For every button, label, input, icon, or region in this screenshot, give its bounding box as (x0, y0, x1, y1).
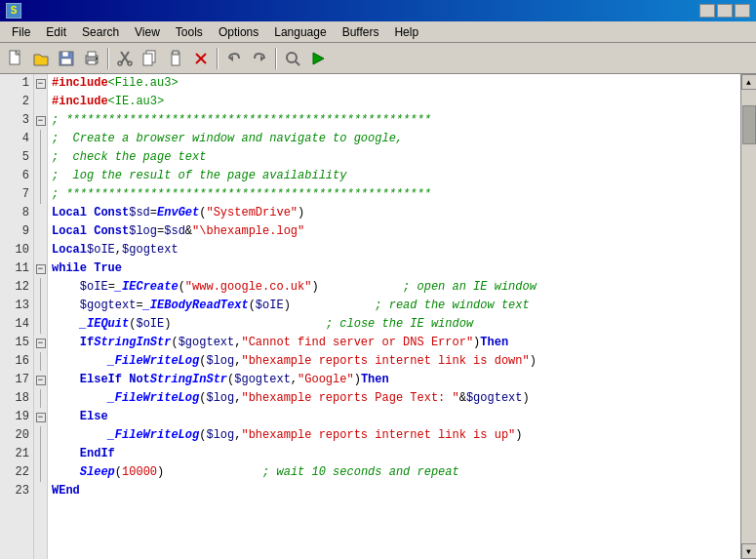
line-number: 14 (0, 315, 33, 334)
find-button[interactable] (281, 47, 304, 70)
fold-marker[interactable] (34, 426, 47, 445)
menu-help[interactable]: Help (386, 23, 426, 41)
line-number: 11 (0, 260, 33, 278)
fold-marker[interactable] (34, 389, 47, 408)
fold-marker[interactable] (34, 130, 47, 148)
fold-collapse-icon[interactable]: − (36, 116, 46, 126)
code-line[interactable]: #include <IE.au3> (48, 93, 740, 111)
line-number: 5 (0, 148, 33, 167)
app-icon: S (6, 3, 21, 19)
fold-marker[interactable]: − (34, 111, 47, 130)
print-button[interactable] (80, 47, 103, 70)
code-line[interactable]: WEnd (48, 482, 740, 500)
fold-marker[interactable]: − (34, 260, 47, 278)
fold-line-indicator (40, 278, 41, 297)
menu-language[interactable]: Language (266, 23, 334, 41)
code-line[interactable]: ElseIf Not StringInStr ( $gogtext, "Goog… (48, 371, 740, 389)
code-line[interactable]: $gogtext=_IEBodyReadText ( $oIE ) ; read… (48, 297, 740, 315)
fold-collapse-icon[interactable]: − (36, 339, 46, 348)
fold-marker[interactable]: − (34, 408, 47, 426)
menu-options[interactable]: Options (211, 23, 266, 41)
code-line[interactable]: _IEQuit ( $oIE ) ; close the IE window (48, 315, 740, 334)
menu-tools[interactable]: Tools (168, 23, 211, 41)
code-line[interactable]: ; log the result of the page availabilit… (48, 167, 740, 185)
code-line[interactable]: ; Create a browser window and navigate t… (48, 130, 740, 148)
fold-marker[interactable] (34, 297, 47, 315)
fold-marker[interactable] (34, 445, 47, 463)
code-line[interactable]: If StringInStr ( $gogtext, "Cannot find … (48, 334, 740, 352)
svg-point-11 (118, 61, 122, 65)
line-number: 3 (0, 111, 33, 130)
code-line[interactable]: _FileWriteLog ($log,"bhexample reports P… (48, 389, 740, 408)
code-line[interactable]: Local $oIE, $gogtext (48, 241, 740, 260)
code-line[interactable]: _FileWriteLog ($log,"bhexample reports i… (48, 426, 740, 445)
redo-button[interactable] (248, 47, 271, 70)
fold-marker[interactable] (34, 315, 47, 334)
copy-button[interactable] (139, 47, 162, 70)
fold-collapse-icon[interactable]: − (36, 264, 46, 274)
code-line[interactable]: ; **************************************… (48, 111, 740, 130)
maximize-button[interactable] (717, 4, 733, 18)
paste-button[interactable] (164, 47, 187, 70)
fold-line-indicator (40, 297, 41, 315)
code-line[interactable]: while True (48, 260, 740, 278)
svg-rect-3 (62, 52, 68, 57)
code-line[interactable]: $oIE = _IECreate ("www.google.co.uk") ; … (48, 278, 740, 297)
undo-button[interactable] (222, 47, 246, 70)
line-number: 22 (0, 463, 33, 482)
fold-collapse-icon[interactable]: − (36, 413, 46, 422)
save-button[interactable] (55, 47, 78, 70)
code-line[interactable]: _FileWriteLog($log,"bhexample reports in… (48, 352, 740, 371)
fold-marker[interactable]: − (34, 371, 47, 389)
fold-collapse-icon[interactable]: − (36, 79, 46, 89)
vertical-scrollbar[interactable]: ▲ ▼ (740, 74, 756, 559)
menu-buffers[interactable]: Buffers (335, 23, 387, 41)
cut-button[interactable] (113, 47, 137, 70)
fold-margin[interactable]: −−−−−− (34, 74, 48, 559)
code-line[interactable]: Local Const $log = $sd & "\bhexample.log… (48, 222, 740, 241)
editor: 1234567891011121314151617181920212223 −−… (0, 74, 756, 559)
delete-button[interactable] (189, 47, 213, 70)
menu-search[interactable]: Search (74, 23, 127, 41)
line-number: 13 (0, 297, 33, 315)
scroll-up-button[interactable]: ▲ (741, 74, 757, 90)
code-line[interactable]: #include <File.au3> (48, 74, 740, 93)
fold-collapse-icon[interactable]: − (36, 376, 46, 385)
code-line[interactable]: ; **************************************… (48, 185, 740, 204)
svg-rect-16 (173, 51, 179, 55)
fold-marker[interactable] (34, 352, 47, 371)
fold-marker[interactable] (34, 278, 47, 297)
fold-marker (34, 93, 47, 111)
svg-point-21 (287, 53, 297, 62)
fold-marker[interactable]: − (34, 334, 47, 352)
fold-marker[interactable] (34, 463, 47, 482)
code-line[interactable]: Else (48, 408, 740, 426)
scroll-thumb[interactable] (742, 105, 756, 144)
fold-marker[interactable]: − (34, 74, 47, 93)
window-controls (699, 4, 750, 18)
fold-line-indicator (40, 445, 41, 463)
open-button[interactable] (29, 47, 53, 70)
fold-marker[interactable] (34, 148, 47, 167)
line-number: 20 (0, 426, 33, 445)
scroll-down-button[interactable]: ▼ (741, 543, 757, 559)
fold-marker[interactable] (34, 167, 47, 185)
code-line[interactable]: ; check the page text (48, 148, 740, 167)
menu-file[interactable]: File (4, 23, 38, 41)
title-bar: S (0, 0, 756, 21)
code-line[interactable]: EndIf (48, 445, 740, 463)
new-button[interactable] (4, 47, 27, 70)
code-line[interactable]: Local Const $sd = EnvGet ( "SystemDrive"… (48, 204, 740, 222)
code-area[interactable]: #include <File.au3>#include <IE.au3>; **… (48, 74, 740, 559)
close-button[interactable] (735, 4, 750, 18)
sep2 (217, 48, 219, 69)
menu-view[interactable]: View (127, 23, 168, 41)
fold-line-indicator (40, 185, 41, 204)
fold-marker[interactable] (34, 185, 47, 204)
fold-line-indicator (40, 426, 41, 445)
minimize-button[interactable] (699, 4, 715, 18)
code-line[interactable]: Sleep(10000) ; wait 10 seconds and repea… (48, 463, 740, 482)
menu-edit[interactable]: Edit (38, 23, 74, 41)
fold-line-indicator (40, 130, 41, 148)
run-button[interactable] (306, 47, 330, 70)
